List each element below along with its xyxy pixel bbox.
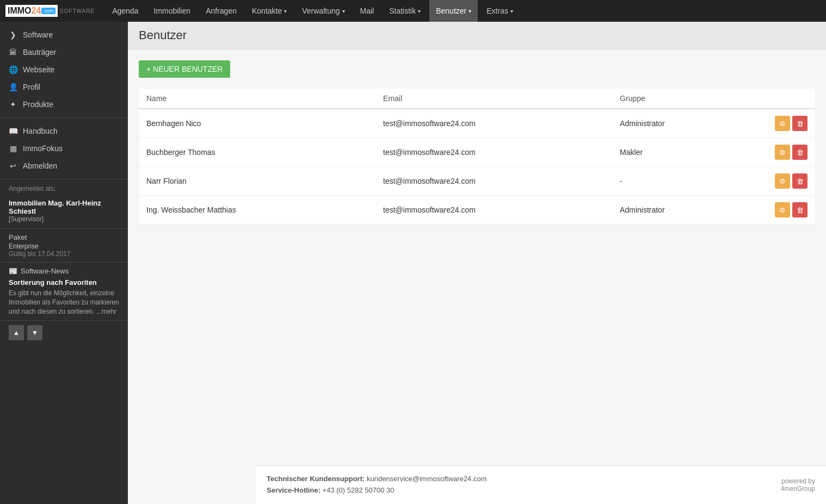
new-user-button[interactable]: + NEUER BENUTZER xyxy=(139,60,230,78)
logo-immo: IMMO xyxy=(8,6,32,16)
action-buttons-2: ⚙🗑 xyxy=(755,173,807,189)
software-icon: ❯ xyxy=(9,30,17,39)
software-news-section: 📰 Software-News Sortierung nach Favorite… xyxy=(0,263,128,321)
cell-email-1: test@immosoftware24.com xyxy=(375,138,612,167)
immofokus-icon: ▦ xyxy=(9,144,17,153)
caret-icon: ▾ xyxy=(342,8,345,14)
nav-item-verwaltung[interactable]: Verwaltung ▾ xyxy=(295,0,351,22)
sidebar-label-immofokus: ImmoFokus xyxy=(23,144,63,153)
delete-button-0[interactable]: 🗑 xyxy=(792,116,807,131)
action-buttons-1: ⚙🗑 xyxy=(755,145,807,160)
cell-actions-0: ⚙🗑 xyxy=(748,109,815,138)
sidebar-label-abmelden: Abmelden xyxy=(23,161,57,170)
cell-gruppe-1: Makler xyxy=(612,138,748,167)
paket-enterprise: Enterprise xyxy=(9,242,119,250)
cell-name-2: Narr Florian xyxy=(139,167,375,196)
footer-support: Technischer Kundensupport: kundenservice… xyxy=(267,474,487,496)
sidebar-item-bautrager[interactable]: 🏛Bauträger xyxy=(0,43,128,61)
cell-email-0: test@immosoftware24.com xyxy=(375,109,612,138)
logo[interactable]: IMMO 24 .com SOFTWARE xyxy=(5,5,95,17)
sidebar-item-abmelden[interactable]: ↩Abmelden xyxy=(0,157,128,175)
table-row: Narr Floriantest@immosoftware24.com-⚙🗑 xyxy=(139,167,815,196)
nav-item-agenda[interactable]: Agenda xyxy=(106,0,145,22)
delete-button-3[interactable]: 🗑 xyxy=(792,202,807,217)
action-buttons-3: ⚙🗑 xyxy=(755,202,807,217)
news-header: 📰 Software-News xyxy=(9,267,119,275)
hotline-number: +43 (0) 5282 50700 30 xyxy=(323,486,394,494)
sidebar-item-profil[interactable]: 👤Profil xyxy=(0,78,128,96)
cell-name-1: Buchberger Thomas xyxy=(139,138,375,167)
news-label: Software-News xyxy=(21,267,69,275)
nav-item-benutzer[interactable]: Benutzer ▾ xyxy=(429,0,478,22)
cell-actions-2: ⚙🗑 xyxy=(748,167,815,196)
cell-email-3: test@immosoftware24.com xyxy=(375,196,612,225)
paket-label: Paket xyxy=(9,233,119,241)
sidebar-label-handbuch: Handbuch xyxy=(23,127,58,135)
cell-gruppe-2: - xyxy=(612,167,748,196)
edit-button-2[interactable]: ⚙ xyxy=(775,173,790,189)
news-nav-arrows: ▲ ▼ xyxy=(0,321,128,345)
news-icon: 📰 xyxy=(9,267,17,275)
edit-button-3[interactable]: ⚙ xyxy=(775,202,790,217)
sidebar-label-webseite: Webseite xyxy=(23,65,54,74)
handbuch-icon: 📖 xyxy=(9,127,17,135)
col-header-name: Name xyxy=(139,89,375,109)
webseite-icon: 🌐 xyxy=(9,65,17,74)
caret-icon: ▾ xyxy=(469,8,471,14)
page-header: Benutzer xyxy=(128,22,826,49)
col-header-email: Email xyxy=(375,89,612,109)
sidebar: ❯Software🏛Bauträger🌐Webseite👤Profil✦Prod… xyxy=(0,22,128,504)
cell-gruppe-3: Administrator xyxy=(612,196,748,225)
gultig-bis: Gültig bis 17.04.2017 xyxy=(9,250,119,258)
paket-name: Enterprise xyxy=(9,242,39,250)
caret-icon: ▾ xyxy=(510,8,513,14)
news-text: Es gibt nun die Möglichkeit, einzelne Im… xyxy=(9,289,119,316)
sidebar-item-software[interactable]: ❯Software xyxy=(0,26,128,43)
next-news-button[interactable]: ▼ xyxy=(27,325,42,340)
nav-item-kontakte[interactable]: Kontakte ▾ xyxy=(245,0,293,22)
hotline-label: Service-Hotline: xyxy=(267,486,320,494)
nav-item-mail[interactable]: Mail xyxy=(354,0,381,22)
nav-item-extras[interactable]: Extras ▾ xyxy=(480,0,520,22)
sidebar-item-produkte[interactable]: ✦Produkte xyxy=(0,96,128,113)
news-title: Sortierung nach Favoriten xyxy=(9,278,119,287)
nav-item-statistik[interactable]: Statistik ▾ xyxy=(383,0,427,22)
cell-actions-3: ⚙🗑 xyxy=(748,196,815,225)
delete-button-2[interactable]: 🗑 xyxy=(792,173,807,189)
sidebar-item-handbuch[interactable]: 📖Handbuch xyxy=(0,122,128,140)
table-row: Buchberger Thomastest@immosoftware24.com… xyxy=(139,138,815,167)
main-content: + NEUER BENUTZER Name Email Gruppe Bernh… xyxy=(128,49,826,465)
col-header-gruppe: Gruppe xyxy=(612,89,748,109)
nav-item-immobilien[interactable]: Immobilien xyxy=(147,0,197,22)
action-buttons-0: ⚙🗑 xyxy=(755,116,807,131)
table-row: Ing. Weissbacher Matthiastest@immosoftwa… xyxy=(139,196,815,225)
sidebar-menu-bottom: 📖Handbuch▦ImmoFokus↩Abmelden xyxy=(0,118,128,179)
produkte-icon: ✦ xyxy=(9,100,17,109)
sidebar-label-bautrager: Bauträger xyxy=(23,48,56,57)
prev-news-button[interactable]: ▲ xyxy=(9,325,24,340)
sidebar-label-profil: Profil xyxy=(23,83,40,91)
edit-button-1[interactable]: ⚙ xyxy=(775,145,790,160)
supervisor-label: [Supervisor] xyxy=(9,215,119,223)
col-header-actions xyxy=(748,89,815,109)
support-label: Technischer Kundensupport: xyxy=(267,475,365,483)
user-table: Name Email Gruppe Bernhagen Nicotest@imm… xyxy=(139,89,815,225)
top-navbar: IMMO 24 .com SOFTWARE AgendaImmobilienAn… xyxy=(0,0,826,22)
footer-powered: powered by 4menGroup xyxy=(781,477,815,493)
logo-24: 24 xyxy=(32,6,41,16)
nav-item-anfragen[interactable]: Anfragen xyxy=(199,0,243,22)
page-title: Benutzer xyxy=(139,28,815,42)
table-row: Bernhagen Nicotest@immosoftware24.comAdm… xyxy=(139,109,815,138)
new-user-button-label: + NEUER BENUTZER xyxy=(146,65,223,73)
cell-name-0: Bernhagen Nico xyxy=(139,109,375,138)
cell-email-2: test@immosoftware24.com xyxy=(375,167,612,196)
sidebar-item-webseite[interactable]: 🌐Webseite xyxy=(0,61,128,78)
logged-in-info: Immobilien Mag. Karl-Heinz Schiestl [Sup… xyxy=(0,196,128,229)
bautrager-icon: 🏛 xyxy=(9,48,17,57)
main-wrapper: Benutzer + NEUER BENUTZER Name Email Gru… xyxy=(128,22,826,504)
edit-button-0[interactable]: ⚙ xyxy=(775,116,790,131)
nav-items: AgendaImmobilienAnfragenKontakte ▾Verwal… xyxy=(106,0,520,22)
delete-button-1[interactable]: 🗑 xyxy=(792,145,807,160)
sidebar-item-immofokus[interactable]: ▦ImmoFokus xyxy=(0,140,128,157)
caret-icon: ▾ xyxy=(418,8,421,14)
